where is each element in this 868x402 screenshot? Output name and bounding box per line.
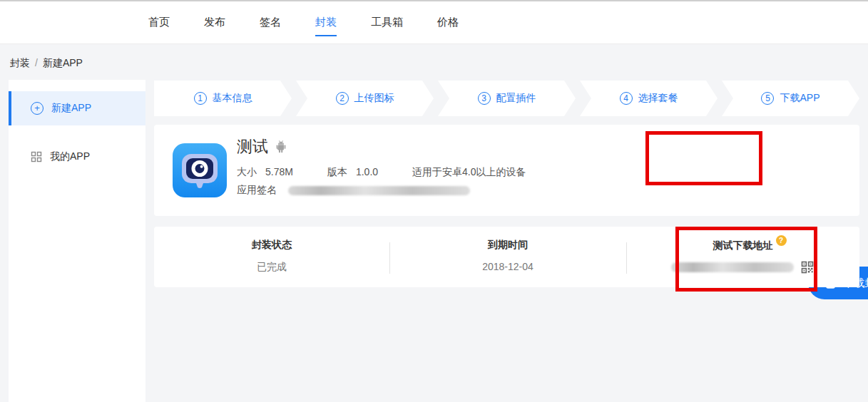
step-number-badge: 1 [194, 92, 207, 105]
download-url-redacted-blur [671, 262, 794, 272]
test-download-column: 测试下载地址 ? [626, 227, 859, 287]
android-icon [274, 140, 288, 155]
app-packaging-page: 首页 发布 签名 封装 工具箱 价格 封装/新建APP + 新建APP 我的AP… [0, 0, 868, 402]
size-value: 5.78M [265, 166, 293, 177]
grid-icon [31, 151, 42, 163]
help-icon[interactable]: ? [776, 235, 787, 246]
sidebar-item-label: 我的APP [50, 150, 90, 163]
step-number-badge: 3 [478, 92, 491, 105]
nav-item-package-active[interactable]: 封装 [315, 1, 337, 44]
nav-item-sign[interactable]: 签名 [260, 1, 281, 44]
app-meta: 大小5.78M版本1.0.0适用于安卓4.0以上的设备 [237, 166, 526, 179]
signature-label: 应用签名 [237, 184, 277, 197]
expiry-label: 到期时间 [389, 239, 626, 252]
size-label: 大小 [237, 166, 257, 177]
plus-circle-icon: + [31, 102, 44, 115]
step-number-badge: 5 [761, 92, 774, 105]
step-label: 基本信息 [213, 92, 252, 105]
step-label: 选择套餐 [638, 92, 678, 105]
version-label: 版本 [327, 166, 347, 177]
top-nav: 首页 发布 签名 封装 工具箱 价格 [0, 0, 868, 44]
step-basic-info[interactable]: 1 基本信息 [154, 81, 292, 116]
app-info-card: 测试 大小5.78M版本1.0.0适用于安卓4.0以上的设备 [154, 125, 859, 216]
step-config-plugin[interactable]: 3 配置插件 [438, 81, 576, 116]
step-download-app[interactable]: 5 下载APP [722, 81, 859, 116]
package-status-label: 封装状态 [154, 239, 389, 252]
test-download-label: 测试下载地址 [713, 239, 773, 251]
sidebar-item-my-app[interactable]: 我的APP [9, 140, 145, 174]
sidebar-item-label: 新建APP [51, 102, 91, 115]
package-status-value: 已完成 [154, 261, 389, 274]
package-status-column: 封装状态 已完成 [154, 227, 389, 287]
status-card: 封装状态 已完成 到期时间 2018-12-04 测试下载地址 ? [154, 227, 859, 287]
app-signature-row: 应用签名 [237, 184, 470, 197]
qr-code-icon[interactable] [800, 260, 815, 274]
step-label: 配置插件 [496, 92, 536, 105]
version-value: 1.0.0 [356, 166, 378, 177]
expiry-value: 2018-12-04 [389, 261, 626, 272]
breadcrumb-section[interactable]: 封装 [10, 57, 30, 68]
step-label: 上传图标 [354, 92, 394, 105]
nav-item-price[interactable]: 价格 [437, 1, 459, 44]
app-icon [171, 142, 228, 199]
breadcrumb: 封装/新建APP [10, 57, 83, 70]
step-upload-icon[interactable]: 2 上传图标 [296, 81, 434, 116]
expiry-column: 到期时间 2018-12-04 [389, 227, 626, 287]
nav-item-toolbox[interactable]: 工具箱 [371, 1, 403, 44]
nav-item-home[interactable]: 首页 [148, 1, 170, 44]
step-choose-plan[interactable]: 4 选择套餐 [580, 81, 718, 116]
step-wizard: 1 基本信息 2 上传图标 3 配置插件 4 选择套餐 5 下载APP [154, 81, 859, 116]
app-name: 测试 [237, 136, 268, 158]
compat-text: 适用于安卓4.0以上的设备 [412, 166, 526, 177]
step-number-badge: 2 [336, 92, 349, 105]
step-number-badge: 4 [620, 92, 633, 105]
sidebar: + 新建APP 我的APP [9, 80, 145, 402]
column-divider [626, 242, 627, 274]
column-divider [389, 242, 390, 274]
signature-redacted-blur [288, 186, 470, 195]
breadcrumb-current: 新建APP [43, 57, 83, 68]
sidebar-item-new-app[interactable]: + 新建APP [9, 91, 145, 125]
step-label: 下载APP [780, 92, 820, 105]
breadcrumb-separator: / [35, 57, 38, 68]
nav-item-publish[interactable]: 发布 [204, 1, 225, 44]
